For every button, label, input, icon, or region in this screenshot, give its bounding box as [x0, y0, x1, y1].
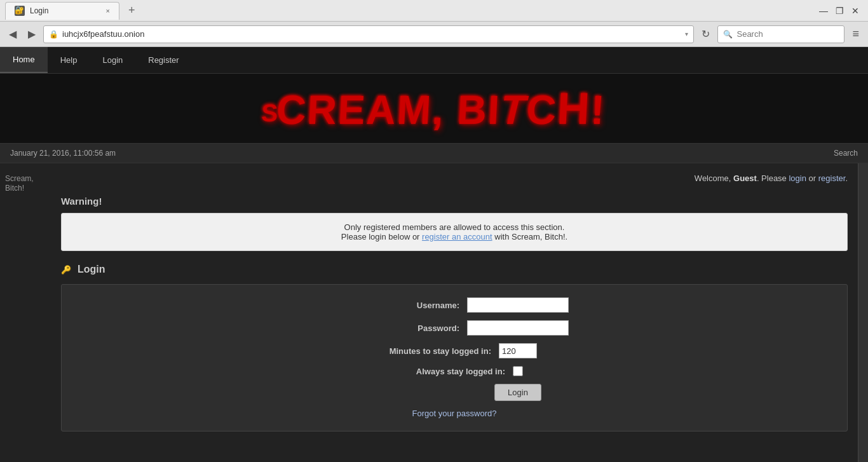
- warning-register-link[interactable]: register an account: [422, 232, 492, 241]
- always-login-row: Always stay logged in:: [81, 366, 828, 376]
- reload-button[interactable]: ↻: [698, 25, 714, 43]
- tab-favicon: 🔐: [15, 6, 25, 16]
- sub-header: January 21, 2016, 11:00:56 am Search: [0, 144, 868, 163]
- login-icon: 🔑: [61, 265, 71, 275]
- minutes-label: Minutes to stay logged in:: [372, 346, 499, 356]
- browser-toolbar: ◀ ▶ 🔒 ▾ ↻ 🔍 ≡: [0, 22, 868, 47]
- password-input[interactable]: [467, 320, 569, 336]
- sidebar-home-link[interactable]: Scream, Bitch!: [5, 174, 34, 193]
- nav-register[interactable]: Register: [135, 47, 191, 73]
- warning-line2-after: with Scream, Bitch!.: [492, 232, 567, 241]
- new-tab-button[interactable]: +: [123, 3, 140, 18]
- search-label[interactable]: Search: [834, 149, 858, 158]
- lock-icon: 🔒: [49, 30, 58, 39]
- login-form: Username: Password: Minutes to stay logg…: [61, 284, 848, 431]
- warning-box: Only registered members are allowed to a…: [61, 213, 848, 251]
- password-row: Password:: [81, 320, 828, 336]
- banner-title: sCREAM, BiTcH!: [261, 83, 607, 134]
- maximize-button[interactable]: ❐: [832, 4, 848, 17]
- welcome-period: .: [845, 173, 848, 183]
- username-row: Username:: [81, 297, 828, 313]
- tab-close-button[interactable]: ×: [106, 7, 110, 15]
- warning-title: Warning!: [61, 196, 848, 207]
- datetime-display: January 21, 2016, 11:00:56 am: [10, 149, 116, 158]
- address-bar-container: 🔒 ▾: [43, 25, 694, 43]
- browser-search-input[interactable]: [736, 29, 839, 39]
- warning-line1: Only registered members are allowed to a…: [72, 222, 837, 232]
- warning-line2: Please login below or register an accoun…: [72, 232, 837, 241]
- nav-home[interactable]: Home: [0, 47, 48, 73]
- warning-line2-before: Please login below or: [341, 232, 422, 241]
- login-header: 🔑 Login: [61, 264, 848, 275]
- always-login-checkbox[interactable]: [513, 366, 523, 376]
- always-login-label: Always stay logged in:: [386, 367, 513, 376]
- address-dropdown-icon[interactable]: ▾: [685, 31, 688, 37]
- forward-button[interactable]: ▶: [24, 25, 39, 43]
- browser-search-icon: 🔍: [723, 30, 733, 39]
- window-controls: — ❐ ✕: [815, 4, 863, 17]
- welcome-or: or: [806, 173, 818, 183]
- welcome-message: Welcome, Guest. Please login or register…: [61, 173, 848, 183]
- nav-login[interactable]: Login: [90, 47, 135, 73]
- login-btn-row: Login: [81, 384, 828, 401]
- username-label: Username:: [340, 301, 467, 310]
- forgot-password-link[interactable]: Forgot your password?: [412, 409, 497, 418]
- welcome-before: Welcome,: [695, 173, 733, 183]
- login-button[interactable]: Login: [494, 384, 541, 401]
- browser-titlebar: 🔐 Login × + — ❐ ✕: [0, 0, 868, 22]
- username-input[interactable]: [467, 297, 569, 313]
- minutes-row: Minutes to stay logged in:: [81, 343, 828, 358]
- site-wrapper: Home Help Login Register sCREAM, BiTcH! …: [0, 47, 868, 462]
- browser-window: 🔐 Login × + — ❐ ✕ ◀ ▶ 🔒 ▾ ↻ 🔍 ≡ Home: [0, 0, 868, 462]
- login-title: Login: [78, 264, 105, 275]
- browser-search-container: 🔍: [717, 25, 844, 43]
- site-nav: Home Help Login Register: [0, 47, 868, 74]
- welcome-after: . Please: [757, 173, 789, 183]
- back-button[interactable]: ◀: [5, 25, 20, 43]
- address-input[interactable]: [62, 29, 681, 39]
- tab-title: Login: [30, 6, 48, 15]
- right-scrollbar[interactable]: [858, 163, 868, 462]
- close-window-button[interactable]: ✕: [848, 4, 863, 17]
- site-banner: sCREAM, BiTcH!: [0, 74, 868, 144]
- forgot-password-container: Forgot your password?: [81, 409, 828, 418]
- nav-help[interactable]: Help: [48, 47, 90, 73]
- welcome-guest: Guest: [733, 173, 757, 183]
- welcome-register-link[interactable]: register: [818, 173, 846, 183]
- minutes-input[interactable]: [499, 343, 537, 358]
- welcome-login-link[interactable]: login: [789, 173, 806, 183]
- minimize-button[interactable]: —: [815, 4, 832, 17]
- password-label: Password:: [340, 323, 467, 333]
- sidebar: Scream, Bitch!: [0, 163, 51, 462]
- browser-menu-button[interactable]: ≡: [848, 25, 863, 43]
- content-area: Welcome, Guest. Please login or register…: [51, 163, 858, 462]
- browser-tab[interactable]: 🔐 Login ×: [5, 2, 119, 20]
- main-content: Scream, Bitch! Welcome, Guest. Please lo…: [0, 163, 868, 462]
